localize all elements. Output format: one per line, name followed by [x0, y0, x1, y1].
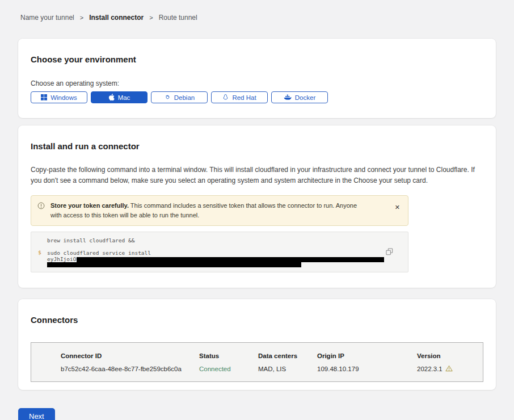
- close-icon[interactable]: ✕: [395, 204, 400, 211]
- apple-logo-icon: [108, 94, 115, 101]
- page: Name your tunnel > Install connector > R…: [0, 0, 514, 420]
- cell-data-centers: MAD, LIS: [258, 366, 317, 372]
- card-title: Choose your environment: [31, 54, 483, 64]
- os-button-docker[interactable]: Docker: [271, 91, 328, 103]
- copy-icon[interactable]: [385, 247, 394, 258]
- shell-prompt: $: [38, 249, 41, 255]
- connectors-card: Connectors Connector ID Status Data cent…: [18, 299, 496, 390]
- token-warning-bold: Store your token carefully.: [50, 202, 129, 209]
- os-button-label: Docker: [295, 94, 315, 101]
- cell-connector-id: b7c52c42-6caa-48ee-8c77-fbe259cb6c0a: [61, 366, 199, 372]
- os-button-label: Mac: [118, 94, 130, 101]
- os-button-redhat[interactable]: Red Hat: [211, 91, 268, 103]
- install-command-codeblock: $ brew install cloudflared && sudo cloud…: [31, 232, 408, 272]
- cell-status: Connected: [199, 366, 258, 372]
- os-button-debian[interactable]: Debian: [151, 91, 208, 103]
- redhat-logo-icon: [222, 94, 229, 101]
- card-title: Install and run a connector: [31, 141, 483, 151]
- token-prefix: eyJhIjoiO: [47, 257, 76, 262]
- warning-triangle-icon: [445, 365, 453, 373]
- card-title: Connectors: [31, 315, 483, 325]
- connectors-table: Connector ID Status Data centers Origin …: [31, 342, 483, 382]
- alert-circle-icon: [37, 202, 45, 212]
- breadcrumb-item-install-connector[interactable]: Install connector: [89, 14, 144, 22]
- os-button-group: Windows Mac Debian Red Hat: [31, 91, 483, 103]
- install-description: Copy-paste the following command into a …: [31, 165, 482, 186]
- os-select-label: Choose an operating system:: [31, 79, 483, 87]
- table-row: b7c52c42-6caa-48ee-8c77-fbe259cb6c0a Con…: [61, 365, 477, 373]
- debian-logo-icon: [164, 94, 171, 101]
- next-button[interactable]: Next: [18, 408, 55, 420]
- chevron-separator: >: [80, 14, 83, 21]
- breadcrumb-item-route-tunnel[interactable]: Route tunnel: [159, 14, 197, 22]
- cell-version: 2022.3.1: [417, 365, 477, 373]
- docker-logo-icon: [284, 94, 292, 100]
- install-connector-card: Install and run a connector Copy-paste t…: [18, 125, 496, 288]
- command-line-2: sudo cloudflared service install: [47, 250, 408, 256]
- column-header-origin-ip: Origin IP: [317, 352, 417, 359]
- command-line-1: brew install cloudflared &&: [47, 237, 408, 243]
- windows-logo-icon: [41, 94, 47, 100]
- choose-environment-card: Choose your environment Choose an operat…: [18, 39, 496, 118]
- cell-origin-ip: 109.48.10.179: [317, 366, 417, 372]
- token-warning-banner: Store your token carefully. This command…: [31, 195, 408, 226]
- column-header-data-centers: Data centers: [258, 352, 317, 359]
- column-header-connector-id: Connector ID: [61, 352, 199, 359]
- redaction-bar: [47, 262, 301, 267]
- os-button-label: Windows: [50, 94, 77, 101]
- chevron-separator: >: [149, 14, 153, 21]
- breadcrumb-item-name-tunnel[interactable]: Name your tunnel: [20, 14, 74, 22]
- os-button-label: Debian: [174, 94, 195, 101]
- token-line: eyJhIjoiO: [47, 257, 408, 262]
- breadcrumb: Name your tunnel > Install connector > R…: [18, 0, 496, 22]
- table-header-row: Connector ID Status Data centers Origin …: [61, 352, 477, 359]
- token-warning-text: Store your token carefully. This command…: [50, 201, 368, 220]
- redaction-bar: [77, 257, 384, 262]
- os-button-windows[interactable]: Windows: [31, 91, 87, 103]
- column-header-status: Status: [199, 352, 258, 359]
- column-header-version: Version: [417, 352, 477, 359]
- os-button-label: Red Hat: [232, 94, 256, 101]
- os-button-mac[interactable]: Mac: [91, 91, 148, 103]
